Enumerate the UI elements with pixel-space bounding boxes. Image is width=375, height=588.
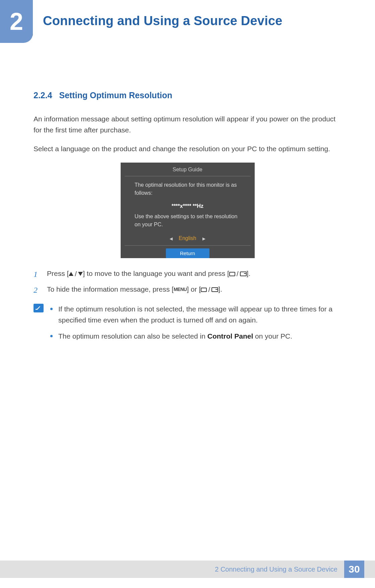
chapter-number: 2 [10, 8, 23, 35]
section-heading: 2.2.4 Setting Optimum Resolution [34, 91, 341, 100]
note-item-1: If the optimum resolution is not selecte… [49, 304, 341, 326]
step-number: 1 [34, 268, 47, 281]
intro-paragraph-2: Select a language on the product and cha… [34, 143, 341, 155]
osd-title: Setup Guide [125, 163, 251, 176]
step-1: 1 Press [/] to move to the language you … [34, 268, 341, 281]
step-2: 2 To hide the information message, press… [34, 284, 341, 296]
source-enter-icon: / [229, 269, 247, 280]
intro-paragraph-1: An information message about setting opt… [34, 114, 341, 135]
note-icon [34, 304, 44, 312]
left-arrow-icon: ◀ [164, 236, 179, 241]
step-list: 1 Press [/] to move to the language you … [34, 268, 341, 296]
osd-setup-guide: Setup Guide The optimal resolution for t… [121, 163, 255, 258]
step-1-text: Press [/] to move to the language you wa… [47, 268, 250, 281]
osd-resolution: ****x**** **Hz [121, 200, 255, 213]
chapter-number-tab: 2 [0, 0, 33, 43]
osd-line1: The optimal resolution for this monitor … [121, 176, 255, 200]
chapter-title: Connecting and Using a Source Device [33, 6, 375, 36]
osd-language: English [179, 235, 196, 241]
page-number: 30 [344, 561, 364, 578]
section-number: 2.2.4 [34, 91, 52, 100]
up-down-icon: / [69, 269, 83, 280]
footer-text: 2 Connecting and Using a Source Device [215, 566, 344, 573]
step-number: 2 [34, 284, 47, 296]
page-content: 2.2.4 Setting Optimum Resolution An info… [34, 91, 341, 347]
section-title: Setting Optimum Resolution [59, 91, 172, 100]
note-item-2: The optimum resolution can also be selec… [49, 331, 341, 342]
footer-bar: 2 Connecting and Using a Source Device 3… [0, 561, 375, 578]
source-enter-icon: / [201, 284, 218, 295]
osd-line2: Use the above settings to set the resolu… [121, 213, 255, 232]
note-list: If the optimum resolution is not selecte… [49, 304, 341, 347]
menu-icon: MENU [174, 286, 187, 293]
right-arrow-icon: ▶ [196, 236, 211, 241]
step-2-text: To hide the information message, press [… [47, 284, 222, 296]
osd-return-button: Return [166, 248, 209, 258]
osd-language-selector: ◀English▶ [125, 232, 251, 246]
control-panel-bold: Control Panel [207, 332, 253, 340]
note-block: If the optimum resolution is not selecte… [34, 304, 341, 347]
